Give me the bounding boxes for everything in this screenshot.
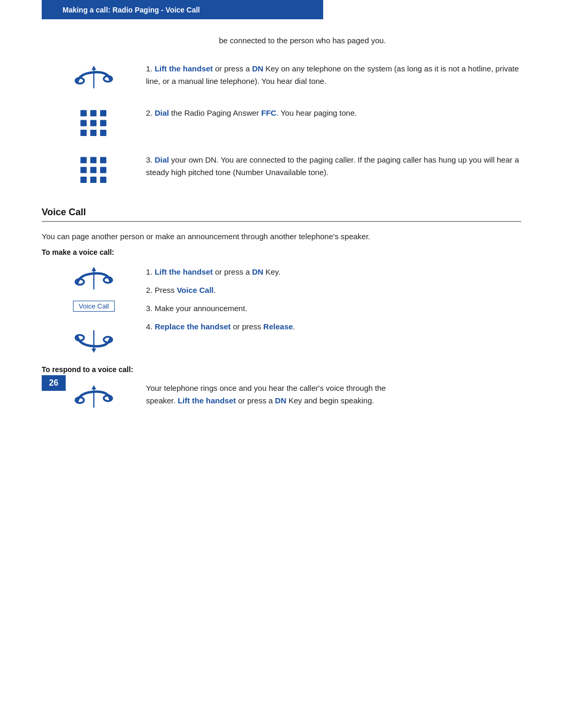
header-title: Making a call: Radio Paging - Voice Call <box>63 6 200 14</box>
make-step-1-key: Key. <box>263 267 280 276</box>
voice-call-title: Voice Call <box>42 207 521 222</box>
svg-rect-5 <box>90 110 96 116</box>
svg-marker-25 <box>92 267 96 271</box>
svg-rect-20 <box>90 177 96 183</box>
make-step-1-dn: DN <box>252 267 263 276</box>
svg-marker-33 <box>92 385 96 389</box>
respond-voice-call-row: Your telephone rings once and you hear t… <box>42 382 521 412</box>
step-2-icon-area <box>42 107 146 139</box>
step-1-number: 1. <box>146 64 155 73</box>
svg-rect-7 <box>80 120 87 126</box>
svg-rect-10 <box>80 130 87 136</box>
respond-handset-icon <box>70 383 117 412</box>
step-3-icon-area <box>42 154 146 186</box>
keypad-icon-1 <box>76 108 112 139</box>
radio-step-3: 3. Dial your own DN. You are connected t… <box>42 154 521 186</box>
header-bar: Making a call: Radio Paging - Voice Call <box>42 0 323 19</box>
respond-voice-call-label: To respond to a voice call: <box>42 365 521 374</box>
make-step-4-or: or press <box>231 322 264 331</box>
svg-rect-13 <box>80 157 87 163</box>
svg-rect-17 <box>90 167 96 173</box>
step-3-dial: Dial <box>155 155 169 164</box>
make-step-1-lift: Lift the handset <box>155 267 213 276</box>
svg-rect-18 <box>100 167 106 173</box>
page-number: 26 <box>42 375 66 391</box>
radio-step-2: 2. Dial the Radio Paging Answer FFC. You… <box>42 107 521 139</box>
step-2-dial: Dial <box>155 108 169 117</box>
svg-rect-6 <box>100 110 106 116</box>
respond-dn: DN <box>275 396 287 405</box>
make-step-3-text: Make your announcement. <box>155 304 248 313</box>
make-voice-steps-list: 1. Lift the handset or press a DN Key. 2… <box>146 265 521 338</box>
voice-call-handset-down-icon <box>70 326 117 355</box>
make-step-4-dot: . <box>293 322 295 331</box>
make-step-1-or: or press a <box>213 267 252 276</box>
make-step-4: 4. Replace the handset or press Release. <box>146 319 521 334</box>
step-3-text: 3. Dial your own DN. You are connected t… <box>146 154 521 179</box>
svg-rect-9 <box>100 120 106 126</box>
svg-marker-29 <box>92 348 96 352</box>
make-step-2-dot: . <box>214 286 216 294</box>
step-1-icon-area <box>42 63 146 92</box>
voice-call-handset-up-icon <box>70 265 117 293</box>
svg-rect-11 <box>90 130 96 136</box>
make-step-4-release: Release <box>263 322 293 331</box>
step-2-number: 2. <box>146 108 155 117</box>
make-step-1-num: 1. <box>146 267 155 276</box>
keypad-icon-2 <box>76 155 112 186</box>
svg-rect-19 <box>80 177 87 183</box>
step-2-text: 2. Dial the Radio Paging Answer FFC. You… <box>146 107 521 119</box>
make-step-2: 2. Press Voice Call. <box>146 283 521 297</box>
step-1-text-lift: Lift the handset <box>155 64 213 73</box>
respond-end: Key and begin speaking. <box>286 396 374 405</box>
make-step-4-replace: Replace the handset <box>155 322 231 331</box>
make-step-2-vc: Voice Call <box>177 286 214 294</box>
page-container: Making a call: Radio Paging - Voice Call… <box>0 0 563 412</box>
make-step-4-num: 4. <box>146 322 155 331</box>
content-area: be connected to the person who has paged… <box>0 35 563 412</box>
voice-call-intro: You can page another person or make an a… <box>42 230 407 243</box>
svg-marker-3 <box>92 66 96 70</box>
svg-rect-8 <box>90 120 96 126</box>
svg-rect-21 <box>100 177 106 183</box>
respond-text: Your telephone rings once and you hear t… <box>146 382 417 407</box>
intro-text: be connected to the person who has paged… <box>219 36 386 45</box>
respond-or: or press a <box>236 396 275 405</box>
voice-call-icons: Voice Call <box>42 265 146 355</box>
make-step-3: 3. Make your announcement. <box>146 301 521 315</box>
make-step-1: 1. Lift the handset or press a DN Key. <box>146 265 521 279</box>
voice-call-button[interactable]: Voice Call <box>73 301 115 312</box>
make-voice-call-icons-steps: Voice Call 1. Lift the handset or press … <box>42 265 521 355</box>
respond-lift: Lift the handset <box>178 396 236 405</box>
make-step-2-press: Press <box>155 286 177 294</box>
svg-rect-15 <box>100 157 106 163</box>
step-2-text-end: . You hear paging tone. <box>276 108 357 117</box>
step-2-ffc: FFC <box>261 108 276 117</box>
svg-rect-12 <box>100 130 106 136</box>
svg-rect-16 <box>80 167 87 173</box>
step-1-text-or: or press a <box>213 64 252 73</box>
svg-rect-4 <box>80 110 87 116</box>
make-voice-call-label: To make a voice call: <box>42 248 521 256</box>
intro-paragraph: be connected to the person who has paged… <box>219 35 490 47</box>
step-3-text-main: your own DN. You are connected to the pa… <box>146 155 519 177</box>
step-1-text: 1. Lift the handset or press a DN Key on… <box>146 63 521 88</box>
radio-step-1: 1. Lift the handset or press a DN Key on… <box>42 63 521 92</box>
step-1-text-dn: DN <box>252 64 263 73</box>
make-step-3-num: 3. <box>146 304 155 313</box>
step-3-number: 3. <box>146 155 155 164</box>
make-step-2-num: 2. <box>146 286 155 294</box>
svg-rect-14 <box>90 157 96 163</box>
step-2-text-main: the Radio Paging Answer <box>169 108 261 117</box>
handset-up-icon <box>70 64 117 92</box>
